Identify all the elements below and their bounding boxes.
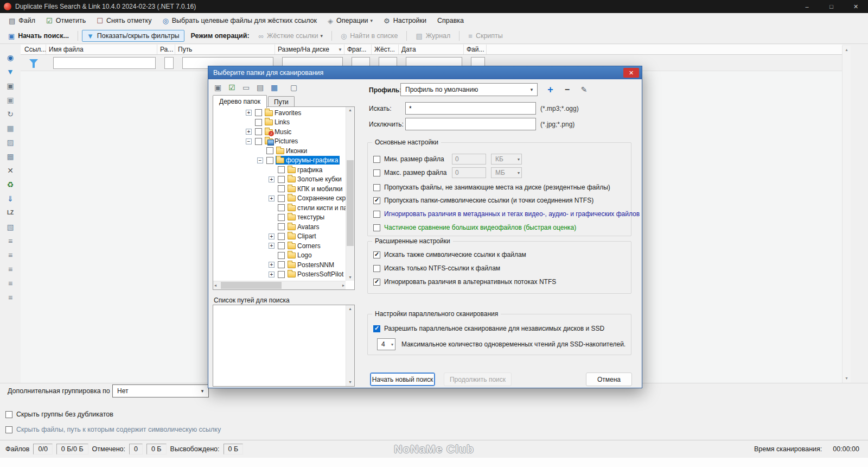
grouping-select[interactable]: Нет ▾ <box>112 384 209 397</box>
menu-mark[interactable]: ☑Отметить <box>41 15 91 27</box>
tree-node[interactable]: Avatars <box>287 223 321 231</box>
tree-node[interactable]: Clipart <box>287 232 318 241</box>
tree-item[interactable]: +Золотые кубки <box>213 175 346 185</box>
tree-node[interactable]: Music <box>264 128 293 136</box>
tree-checkbox[interactable] <box>278 271 285 278</box>
checkbox[interactable] <box>373 224 380 231</box>
checkbox[interactable] <box>373 265 380 272</box>
ignore-ads-checkbox[interactable]: Игнорировать различия в альтернативных п… <box>373 277 628 286</box>
tree-checkbox[interactable] <box>278 223 285 230</box>
start-search-button[interactable]: ▣Начать поиск... <box>3 30 74 42</box>
tree-node[interactable]: графика <box>287 166 324 174</box>
menu-operations[interactable]: ◈Операции▾ <box>322 15 378 27</box>
partial-video-compare-checkbox[interactable]: Частичное сравнение больших видеофайлов … <box>373 223 628 232</box>
scrollbar-thumb[interactable] <box>221 282 282 289</box>
main-vertical-scrollbar[interactable]: ▴ ▾ <box>842 46 851 383</box>
tree-item[interactable]: графика <box>213 165 346 175</box>
toggle-filters-button[interactable]: ▼Показать/скрыть фильтры <box>82 30 184 42</box>
tree-item[interactable]: стили кисти и па <box>213 203 346 213</box>
expand-plus-icon[interactable]: + <box>269 195 275 201</box>
tree-node[interactable]: Сохранение скри <box>287 194 346 203</box>
tree-item[interactable]: Иконки <box>213 146 346 156</box>
checkbox[interactable] <box>5 411 12 418</box>
menu-select-target-files[interactable]: ◎Выбрать целевые файлы для жёстких ссыло… <box>157 15 322 27</box>
tree-checkbox[interactable] <box>278 214 285 221</box>
tree-item[interactable]: +PostersSoftPilot <box>213 270 346 280</box>
scroll-left-icon[interactable]: ◂ <box>214 282 216 289</box>
col-fragments[interactable]: Фраг... <box>344 45 372 54</box>
checkbox[interactable] <box>373 251 380 258</box>
tree-node[interactable]: Золотые кубки <box>287 175 343 184</box>
close-button[interactable]: ✕ <box>844 0 868 13</box>
tree-checkbox[interactable] <box>255 109 262 116</box>
scroll-down-icon[interactable]: ▾ <box>843 375 851 382</box>
symlink-rows-icon[interactable]: ≡ <box>4 249 17 261</box>
skip-symlink-folders-checkbox[interactable]: Пропускать папки-символические ссылки (и… <box>373 196 628 205</box>
tree-node[interactable]: стили кисти и па <box>287 204 346 212</box>
tree-checkbox[interactable] <box>266 157 273 164</box>
tree-item[interactable]: КПК и мобилки <box>213 184 346 194</box>
scroll-up-icon[interactable]: ▴ <box>843 47 851 53</box>
checkbox[interactable] <box>373 169 380 176</box>
filter-dropdown-icon[interactable]: ▼ <box>338 47 342 52</box>
col-links[interactable]: Ссыл... <box>22 45 46 54</box>
paths-scrollbar[interactable]: ▴ ▾ <box>346 305 354 386</box>
menu-file[interactable]: ▤Файл <box>3 15 41 27</box>
expand-plus-icon[interactable]: + <box>246 110 252 116</box>
tree-checkbox[interactable] <box>278 261 285 268</box>
tree-item[interactable]: +PostersNNM <box>213 260 346 270</box>
tree-node[interactable]: Favorites <box>264 109 303 117</box>
tree-node[interactable]: Logo <box>287 251 314 260</box>
tab-folder-tree[interactable]: Дерево папок <box>213 95 267 108</box>
expand-plus-icon[interactable]: + <box>269 272 275 277</box>
lz-compression-badge[interactable]: LZ <box>4 207 17 219</box>
ntfs-links-rows-icon[interactable]: ≡ <box>4 263 17 275</box>
filter-col-filename[interactable] <box>53 57 156 69</box>
filter-icon[interactable]: ▼ <box>4 66 17 78</box>
tree-node[interactable]: КПК и мобилки <box>287 185 344 193</box>
allow-parallel-scan-checkbox[interactable]: Разрешить параллельное сканирование для … <box>373 324 628 333</box>
import-paths-icon[interactable]: ▦ <box>268 81 280 93</box>
tree-checkbox[interactable] <box>278 166 285 173</box>
tree-node[interactable]: Иконки <box>276 147 309 155</box>
cluster-map-icon[interactable]: ▦ <box>4 122 17 134</box>
hide-symlink-path-files-checkbox[interactable]: Скрыть файлы, путь к которым содержит си… <box>5 426 221 433</box>
col-filename[interactable]: Имя файла <box>46 45 157 54</box>
col-date[interactable]: Дата <box>399 45 464 54</box>
tree-item[interactable]: +Corners <box>213 241 346 251</box>
tree-checkbox[interactable] <box>278 233 285 240</box>
add-profile-button[interactable]: + <box>544 83 557 96</box>
tree-checkbox[interactable] <box>278 252 285 259</box>
profile-combo[interactable]: Профиль по умолчанию ▾ <box>400 83 538 96</box>
computer-icon[interactable]: ▢ <box>288 81 300 93</box>
filter-col-size[interactable] <box>164 57 174 69</box>
start-new-search-button[interactable]: Начать новый поиск <box>370 373 435 386</box>
menu-help[interactable]: Справка <box>432 15 469 27</box>
network-folders-icon[interactable]: ▤ <box>254 81 266 93</box>
col-files[interactable]: Фай... <box>464 45 487 54</box>
ignore-metadata-checkbox[interactable]: Игнорировать различия в метаданных и тег… <box>373 210 628 218</box>
tree-horizontal-scrollbar[interactable]: ◂ ▸ <box>213 281 346 289</box>
scroll-right-icon[interactable]: ▸ <box>342 282 344 289</box>
refresh-icon[interactable]: ↻ <box>4 108 17 120</box>
tree-checkbox[interactable] <box>266 147 273 154</box>
col-size[interactable]: Ра... <box>157 45 175 54</box>
tree-checkbox[interactable] <box>255 138 262 145</box>
hide-groups-without-duplicates-checkbox[interactable]: Скрыть группы без дубликатов <box>5 411 113 418</box>
hardlink-rows-icon[interactable]: ≡ <box>4 235 17 247</box>
edit-profile-button[interactable]: ✎ <box>577 83 591 96</box>
expand-plus-icon[interactable]: + <box>246 129 252 135</box>
ssd-reads-combo[interactable]: 4▾ <box>377 338 395 350</box>
checkbox[interactable] <box>373 279 380 286</box>
col-hardlinks[interactable]: Жёст... <box>372 45 399 54</box>
scrollbar-thumb[interactable] <box>347 160 354 246</box>
tree-item[interactable]: +Сохранение скри <box>213 194 346 204</box>
scan-drives-icon[interactable]: ▭ <box>240 81 252 93</box>
tree-item[interactable]: Logo <box>213 251 346 261</box>
expand-plus-icon[interactable]: + <box>269 243 275 249</box>
clipboard-icon[interactable]: ▧ <box>4 221 17 233</box>
menu-unmark[interactable]: ☐Снять отметку <box>91 15 157 27</box>
copy-marked-icon[interactable]: ▣ <box>4 94 17 106</box>
tree-node[interactable]: текстуры <box>287 213 326 222</box>
scroll-up-icon[interactable]: ▴ <box>346 107 354 113</box>
